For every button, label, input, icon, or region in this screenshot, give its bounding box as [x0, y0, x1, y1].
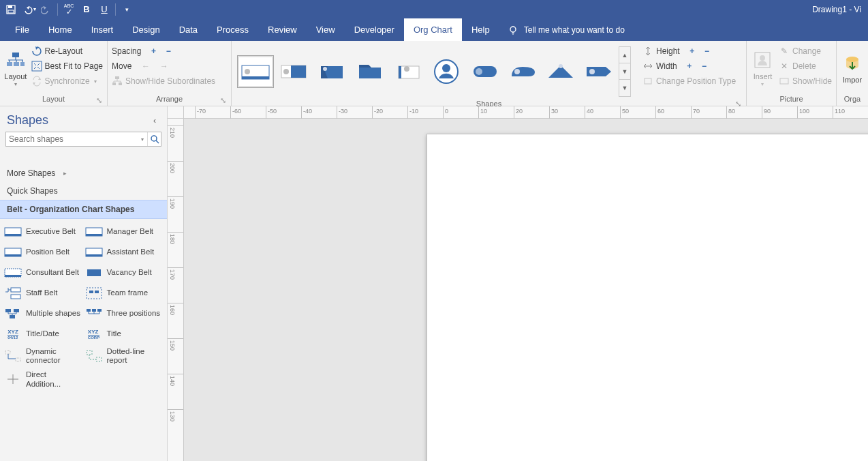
gallery-down-button[interactable]: ▼ [619, 63, 630, 80]
shape-thumb-icon [85, 348, 103, 363]
svg-point-24 [442, 64, 450, 72]
shape-title[interactable]: XYZCORPTitle [85, 327, 164, 342]
gallery-style-10[interactable] [580, 55, 617, 88]
shape-dotted-line-report[interactable]: Dotted-line report [85, 347, 164, 365]
spacing-increase-button[interactable]: + [151, 46, 156, 56]
gallery-style-3[interactable] [313, 55, 350, 88]
shapes-pane-title: Shapes [7, 113, 48, 128]
spacing-decrease-button[interactable]: − [166, 46, 171, 56]
tab-data[interactable]: Data [170, 18, 207, 41]
tab-home[interactable]: Home [39, 18, 82, 41]
gallery-style-7[interactable] [466, 55, 503, 88]
bestfit-button[interactable]: Best Fit to Page [31, 59, 103, 74]
change-position-type-button[interactable]: Change Position Type [642, 74, 742, 89]
tab-insert[interactable]: Insert [82, 18, 123, 41]
tab-process[interactable]: Process [207, 18, 258, 41]
delete-picture-button[interactable]: ✕Delete [779, 59, 832, 74]
tab-design[interactable]: Design [123, 18, 169, 41]
customize-qat-button[interactable]: ▾ [119, 1, 135, 18]
shape-thumb-icon [4, 265, 22, 280]
search-icon[interactable] [147, 132, 161, 146]
shape-thumb-icon [85, 224, 103, 239]
svg-rect-49 [87, 288, 102, 299]
import-button[interactable]: Impor [841, 44, 864, 93]
tab-view[interactable]: View [307, 18, 345, 41]
height-increase-button[interactable]: + [689, 46, 694, 56]
svg-point-3 [510, 27, 516, 32]
layout-dialog-launcher[interactable]: ⤡ [95, 96, 103, 104]
shape-title-date[interactable]: XYZ04/12Title/Date [4, 327, 82, 342]
showhide-picture-button[interactable]: Show/Hide [779, 74, 832, 89]
bold-button[interactable]: B [78, 1, 95, 18]
arrange-dialog-launcher[interactable]: ⤡ [219, 96, 227, 104]
showhide-subordinates-button[interactable]: Show/Hide Subordinates [112, 74, 227, 89]
gallery-style-1[interactable] [237, 55, 274, 88]
shape-executive-belt[interactable]: Executive Belt [4, 224, 82, 239]
shape-staff-belt[interactable]: Staff Belt [4, 286, 82, 301]
search-scope-dropdown[interactable]: ▾ [138, 136, 147, 143]
svg-rect-43 [86, 254, 102, 256]
underline-button[interactable]: U [96, 1, 112, 18]
move-right-button[interactable]: → [160, 61, 168, 71]
shape-multiple-shapes[interactable]: Multiple shapes [4, 306, 82, 321]
relayout-button[interactable]: Re-Layout [31, 44, 103, 59]
spellcheck-button[interactable]: ABC✓ [61, 1, 77, 18]
gallery-style-5[interactable] [390, 55, 427, 88]
tab-developer[interactable]: Developer [345, 18, 404, 41]
insert-picture-button[interactable]: Insert▾ [751, 44, 775, 93]
tab-file[interactable]: File [5, 18, 39, 41]
gallery-up-button[interactable]: ▲ [619, 47, 630, 63]
collapse-pane-button[interactable]: ‹ [149, 115, 160, 126]
tell-me[interactable]: Tell me what you want to do [508, 18, 625, 41]
shape-label: Team frame [107, 288, 149, 297]
shape-thumb-icon: XYZCORP [85, 327, 103, 342]
shape-assistant-belt[interactable]: Assistant Belt [85, 245, 164, 260]
svg-rect-51 [95, 291, 99, 293]
shape-team-frame[interactable]: Team frame [85, 286, 164, 301]
height-decrease-button[interactable]: − [704, 46, 709, 56]
gallery-style-2[interactable] [275, 55, 312, 88]
shape-thumb-icon [4, 245, 22, 260]
drawing-page[interactable] [427, 134, 868, 461]
width-decrease-button[interactable]: − [702, 61, 707, 71]
layout-button[interactable]: Layout▾ [4, 44, 27, 93]
save-button[interactable] [3, 1, 19, 18]
redo-button[interactable] [38, 1, 55, 18]
gallery-style-8[interactable] [504, 55, 541, 88]
drawing-canvas[interactable]: -70-60-50-40-30-20-100102030405060708090… [168, 106, 868, 461]
more-shapes-button[interactable]: More Shapes▸ [0, 164, 167, 182]
undo-button[interactable]: ▾ [20, 1, 37, 18]
shape-dynamic-connector[interactable]: Dynamic connector [4, 347, 82, 365]
tab-review[interactable]: Review [258, 18, 307, 41]
svg-rect-52 [5, 309, 11, 312]
synchronize-button[interactable]: Synchronize▾ [31, 74, 103, 89]
svg-point-26 [476, 68, 482, 75]
move-left-button[interactable]: ← [142, 61, 150, 71]
belt-stencil[interactable]: Belt - Organization Chart Shapes [0, 200, 167, 219]
width-increase-button[interactable]: + [687, 61, 692, 71]
shape-consultant-belt[interactable]: Consultant Belt [4, 265, 82, 280]
svg-point-19 [323, 67, 327, 71]
svg-point-28 [559, 64, 563, 68]
gallery-style-4[interactable] [352, 55, 388, 88]
shape-thumb-icon [4, 348, 22, 363]
shape-direct-addition-[interactable]: Direct Addition... [4, 370, 82, 388]
shape-three-positions[interactable]: Three positions [85, 306, 164, 321]
shape-position-belt[interactable]: Position Belt [4, 245, 82, 260]
search-shapes-input[interactable] [6, 134, 138, 144]
shape-label: Staff Belt [26, 288, 57, 297]
group-orgdata: Impor Orga [837, 41, 868, 106]
svg-point-29 [589, 69, 595, 74]
gallery-more-button[interactable]: ▼ [619, 80, 630, 96]
shape-manager-belt[interactable]: Manager Belt [85, 224, 164, 239]
shape-vacancy-belt[interactable]: Vacancy Belt [85, 265, 164, 280]
quick-shapes-stencil[interactable]: Quick Shapes [0, 182, 167, 200]
tab-help[interactable]: Help [462, 18, 499, 41]
shape-label: Position Belt [26, 248, 69, 256]
gallery-style-6[interactable] [428, 55, 465, 88]
gallery-style-9[interactable] [542, 55, 579, 88]
svg-rect-48 [11, 295, 20, 299]
change-picture-button[interactable]: ✎Change [779, 44, 832, 59]
svg-point-22 [404, 66, 409, 72]
tab-org-chart[interactable]: Org Chart [404, 18, 462, 41]
